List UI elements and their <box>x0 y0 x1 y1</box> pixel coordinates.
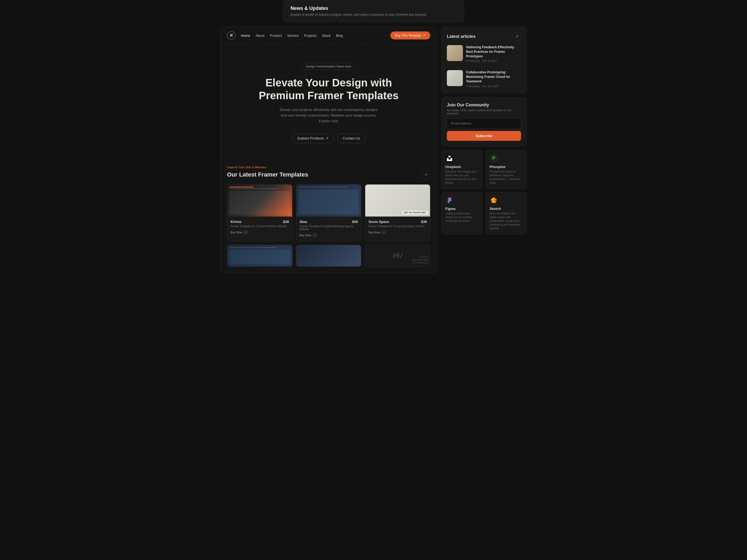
template-card-hv: HV DIGITALDESIGNER ANDART DIRECTOR <box>365 245 430 267</box>
subscribe-button[interactable]: Subscribe <box>447 131 521 141</box>
tool-card-figma[interactable]: Figma Leading collaborative design tool … <box>441 192 482 234</box>
article-meta-2: Prototyping Dec 16, 2023 <box>466 85 521 88</box>
template-desc-3: Framer Template for Co-working Space Ser… <box>368 225 427 228</box>
template-thumb-1 <box>227 185 292 216</box>
templates-grid: Kirimo $39 Framer Template For Creative … <box>227 184 430 241</box>
template-thumb-3: GET IN TOUCH GET <box>365 185 430 216</box>
template-card-4 <box>227 245 292 267</box>
tool-desc-figma: Leading collaborative design tool for bu… <box>445 212 478 223</box>
community-subtitle: No Spam. Only sweet content and updates … <box>447 109 521 115</box>
template-card-socio: GET IN TOUCH GET Socio Space $39 Framer … <box>365 184 430 241</box>
template-card-5 <box>296 245 361 267</box>
article-item-1[interactable]: Gathering Feedback Effectively: Best Pra… <box>447 45 521 66</box>
nav-links: Home About Product Service Projects Stac… <box>241 34 390 37</box>
hero-buttons: Explore Products ↗ Contact Us <box>227 133 430 143</box>
articles-card-header: Latest articles ↗ <box>447 32 521 41</box>
buy-now-button-1[interactable]: Buy Now → <box>231 230 248 235</box>
template-card-kirimo: Kirimo $39 Framer Template For Creative … <box>227 184 292 241</box>
articles-title: Latest articles <box>447 34 476 39</box>
nav-home[interactable]: Home <box>241 34 250 37</box>
templates-row2: HV DIGITALDESIGNER ANDART DIRECTOR <box>227 245 430 267</box>
template-info-1: Kirimo $39 Framer Template For Creative … <box>227 216 292 238</box>
article-date-1: Dec 9, 2023 <box>482 59 497 62</box>
template-name-3: Socio Space <box>368 220 389 224</box>
template-price-3: $39 <box>421 220 427 224</box>
email-input[interactable] <box>447 119 521 128</box>
articles-arrow-button[interactable]: ↗ <box>513 32 521 41</box>
nav-about[interactable]: About <box>256 34 265 37</box>
latest-articles-card: Latest articles ↗ Gathering Feedback Eff… <box>441 27 526 93</box>
tools-grid: Unsplash Beautiful, free images and phot… <box>441 150 526 234</box>
template-name-1: Kirimo <box>231 220 241 224</box>
template-desc-2: Framer Template for Digital Marketing Ag… <box>300 225 358 231</box>
article-info-1: Gathering Feedback Effectively: Best Pra… <box>466 45 521 62</box>
community-card: Join Our Community No Spam. Only sweet c… <box>441 97 526 146</box>
template-thumb-4 <box>227 245 292 266</box>
tool-desc-sketch: All-in-one platform for digital design w… <box>490 212 523 231</box>
article-title-2: Collaborative Prototyping: Maximizing Fr… <box>466 70 521 83</box>
sidebar: Latest articles ↗ Gathering Feedback Eff… <box>441 27 526 273</box>
contact-us-button[interactable]: Contact Us <box>337 133 365 143</box>
article-item-2[interactable]: Collaborative Prototyping: Maximizing Fr… <box>447 70 521 87</box>
nav-stack[interactable]: Stack <box>322 34 331 37</box>
section-header: Our Latest Framer Templates ↗ <box>227 170 430 179</box>
news-banner: News & Updates Explore a wealth of indus… <box>283 0 464 22</box>
buy-arrow-icon: ↗ <box>423 34 426 37</box>
template-desc-1: Framer Template For Creative Portfolio W… <box>231 225 289 228</box>
article-category-1: Prototyping <box>466 59 480 62</box>
section-arrow-button[interactable]: ↗ <box>422 170 430 179</box>
explore-arrow-icon: ↗ <box>326 136 328 140</box>
template-name-2: Stoa <box>300 220 307 224</box>
nav-service[interactable]: Service <box>287 34 299 37</box>
buy-now-icon-1: → <box>243 230 248 235</box>
explore-products-button[interactable]: Explore Products ↗ <box>292 133 334 143</box>
nav-projects[interactable]: Projects <box>304 34 317 37</box>
templates-section: Launch Your Site in Minutes Our Latest F… <box>221 159 437 273</box>
news-banner-subtitle: Explore a wealth of industry insights, t… <box>290 13 457 17</box>
hero-title: Elevate Your Design with Premium Framer … <box>254 76 403 102</box>
navbar: ⌘ Home About Product Service Projects St… <box>221 27 437 44</box>
template-info-3: Socio Space $39 Framer Template for Co-w… <box>365 216 430 238</box>
buy-now-button-3[interactable]: Buy Now → <box>368 230 386 235</box>
unsplash-icon <box>445 154 454 163</box>
community-title: Join Our Community <box>447 103 521 107</box>
template-price-1: $39 <box>283 220 289 224</box>
nav-product[interactable]: Product <box>270 34 282 37</box>
buy-now-button-2[interactable]: Buy Now → <box>300 233 317 238</box>
hero-section: Design Transformation Starts Here Elevat… <box>221 44 437 159</box>
buy-template-button[interactable]: Buy This Template ↗ <box>390 31 430 39</box>
tool-name-sketch: Sketch <box>490 207 523 211</box>
template-info-2: Stoa $39 Framer Template for Digital Mar… <box>297 216 361 241</box>
article-info-2: Collaborative Prototyping: Maximizing Fr… <box>466 70 521 87</box>
nav-blog[interactable]: Blog <box>336 34 343 37</box>
hero-tag: Design Transformation Starts Here <box>302 63 356 70</box>
news-banner-title: News & Updates <box>290 6 457 11</box>
template-thumb-5 <box>297 245 361 266</box>
template-thumb-2 <box>297 185 361 216</box>
template-thumb-hv: HV DIGITALDESIGNER ANDART DIRECTOR <box>365 245 430 266</box>
template-card-stoa: Stoa $39 Framer Template for Digital Mar… <box>296 184 361 241</box>
article-category-2: Prototyping <box>466 85 480 88</box>
phosphor-icon: P <box>490 154 498 163</box>
figma-icon <box>445 196 454 205</box>
buy-now-icon-3: → <box>381 230 386 235</box>
tool-card-unsplash[interactable]: Unsplash Beautiful, free images and phot… <box>441 150 482 189</box>
article-date-2: Dec 16, 2023 <box>482 85 498 88</box>
logo: ⌘ <box>227 31 236 40</box>
section-title: Our Latest Framer Templates <box>227 171 308 178</box>
hv-text: HV <box>393 251 402 260</box>
templates-label: Launch Your Site in Minutes <box>227 166 430 169</box>
tool-desc-phosphor: Flexible icon family for interfaces, dia… <box>490 170 523 185</box>
article-meta-1: Prototyping Dec 9, 2023 <box>466 59 521 62</box>
tool-card-sketch[interactable]: Sketch All-in-one platform for digital d… <box>486 192 526 234</box>
article-thumb-1 <box>447 45 463 61</box>
tool-card-phosphor[interactable]: P Phosphor Flexible icon family for inte… <box>486 150 526 189</box>
article-thumb-2 <box>447 70 463 86</box>
main-content: ⌘ Home About Product Service Projects St… <box>221 27 437 273</box>
buy-now-icon-2: → <box>312 233 317 238</box>
tool-desc-unsplash: Beautiful, free images and photos that y… <box>445 170 478 185</box>
tool-name-figma: Figma <box>445 207 478 211</box>
tool-name-phosphor: Phosphor <box>490 165 523 169</box>
article-title-1: Gathering Feedback Effectively: Best Pra… <box>466 45 521 58</box>
sketch-icon <box>490 196 498 205</box>
